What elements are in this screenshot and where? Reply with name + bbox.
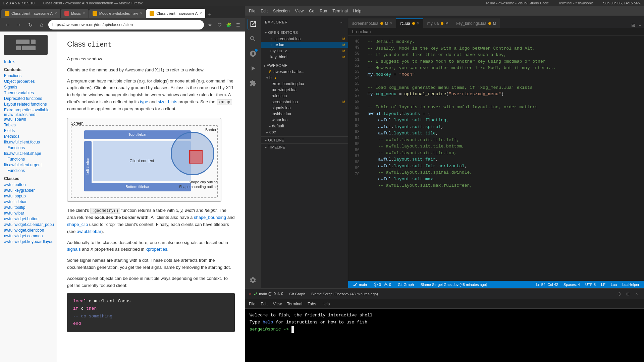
blame-terminal[interactable]: Blame Sergei Gnezdov (48 minutes ago) (310, 292, 379, 296)
doc-folder[interactable]: ▸ doc (261, 129, 348, 135)
sidebar-link-urgent-functions[interactable]: Functions (7, 168, 53, 173)
rc-close[interactable]: × (270, 43, 272, 47)
vscode-tab-keybindings[interactable]: key_bindings.lua M (452, 18, 500, 28)
open-editors-header[interactable]: ▾ Open Editors (261, 29, 348, 36)
menu-run[interactable]: Run (320, 9, 327, 13)
terminal-menu-file[interactable]: File (249, 302, 255, 306)
screenshot-close[interactable]: × (270, 37, 272, 41)
tab-screenshot-close[interactable]: × (390, 21, 392, 26)
more-button[interactable]: ··· (637, 22, 641, 28)
status-cursor[interactable]: Ln 54, Col 42 (535, 283, 559, 287)
status-branch[interactable]: main (352, 282, 368, 287)
sidebar-link-theme-vars[interactable]: Theme variables (4, 90, 53, 95)
menu-go[interactable]: Go (309, 9, 314, 13)
sidebar-class-widget-clienticon[interactable]: awful.widget.clienticon (4, 228, 53, 233)
sidebar-link-shape-functions[interactable]: Functions (7, 157, 53, 162)
search-icon[interactable] (248, 34, 258, 44)
browser-tab-4[interactable]: Class client - awesome A × (146, 9, 205, 18)
sidebar-class-widget-keyboard[interactable]: awful.widget.keyboardlayout (4, 239, 53, 244)
git-icon[interactable] (248, 48, 258, 59)
tab-rc-close[interactable]: × (417, 21, 419, 26)
status-line-ending[interactable]: LF (600, 283, 607, 287)
open-file-keybindings[interactable]: key_bindi... M (261, 54, 348, 60)
shield-icon[interactable]: 🛡 (215, 21, 223, 29)
error-handling-file[interactable]: error_handling.lua (261, 81, 348, 87)
tab-close-4[interactable]: × (200, 11, 202, 16)
split-editor-button[interactable]: ⊞ (631, 22, 635, 28)
signals-file[interactable]: signals.lua (261, 105, 348, 111)
extensions-icon[interactable] (248, 78, 258, 88)
open-file-rc[interactable]: × rc.lua M (261, 42, 348, 48)
terminal-menu-help[interactable]: Help (322, 302, 330, 306)
wibar-file[interactable]: wibar.lua (261, 117, 348, 123)
sidebar-class-widget-calendar[interactable]: awful.widget.calendar_popu (4, 222, 53, 227)
menu-selection[interactable]: Selection (273, 9, 289, 13)
sidebar-link-tables[interactable]: Tables (4, 123, 53, 127)
sidebar-link-methods[interactable]: Methods (4, 134, 53, 139)
sidebar-class-widget-common[interactable]: awful.widget.common (4, 234, 53, 238)
status-language[interactable]: Lua (609, 283, 618, 287)
vscode-tab-my[interactable]: my.lua M (423, 18, 452, 28)
sidebar-link-object-props[interactable]: Object properties (4, 79, 53, 84)
menu-edit[interactable]: Edit (261, 9, 268, 13)
reload-button[interactable]: ↻ (25, 20, 35, 29)
signals-link[interactable]: signals (67, 247, 80, 252)
shape-bounding-link[interactable]: shape_bounding (194, 215, 226, 220)
size-hints-link[interactable]: size_hints (158, 99, 177, 104)
menu-icon[interactable]: ☰ (234, 21, 242, 29)
default-folder[interactable]: ▸ default (261, 123, 348, 129)
explorer-more-button[interactable]: ··· (340, 20, 344, 24)
back-button[interactable]: ← (3, 20, 12, 29)
screenshot2-file[interactable]: screenshot.lua M (261, 99, 348, 105)
terminal-menu-edit[interactable]: Edit (261, 302, 268, 306)
browser-tab-2[interactable]: Music × (61, 9, 89, 18)
outline-header[interactable]: ▸ OUTLINE (261, 136, 348, 143)
rules-file[interactable]: rules.lua (261, 93, 348, 99)
sidebar-link-functions[interactable]: Functions (4, 73, 53, 78)
sidebar-link-deprecated[interactable]: Deprecated functions (4, 96, 53, 101)
browser-tab-1[interactable]: Class client - awesome A × (1, 9, 60, 18)
status-lua-helper[interactable]: LuaHelper (621, 283, 641, 287)
sidebar-link-extra[interactable]: Extra properties available in awful.rule… (4, 108, 53, 122)
settings-icon[interactable] (248, 275, 258, 286)
type-link[interactable]: type (140, 99, 148, 104)
awesome-folder[interactable]: ▾ AWESOME (261, 63, 348, 69)
terminal-menu-terminal[interactable]: Terminal (287, 302, 302, 306)
sidebar-class-popup[interactable]: awful.popup (4, 194, 53, 198)
git-graph-terminal[interactable]: Git Graph (288, 292, 307, 296)
status-encoding[interactable]: UTF-8 (584, 283, 597, 287)
explorer-icon[interactable] (248, 19, 258, 29)
status-blame[interactable]: Blame Sergei Gnezdov (48 minutes ago) (419, 283, 489, 287)
menu-terminal[interactable]: Terminal (332, 9, 347, 13)
sidebar-class-widget-button[interactable]: awful.widget.button (4, 217, 53, 221)
tab-close-3[interactable]: × (140, 11, 142, 16)
sidebar-link-fields[interactable]: Fields (4, 128, 53, 133)
b-folder[interactable]: ▾ b ● (261, 75, 348, 81)
menu-view[interactable]: View (295, 9, 304, 13)
sidebar-link-layout[interactable]: Layout related functions (4, 102, 53, 107)
timeline-header[interactable]: ▸ TIMELINE (261, 143, 348, 150)
status-errors[interactable]: 0 0 (372, 283, 392, 287)
awful-titlebar-link[interactable]: awful.titlebar (77, 229, 101, 234)
menu-help[interactable]: Help (353, 9, 362, 13)
terminal-maximize-button[interactable]: ⬡ (616, 291, 623, 297)
forward-button[interactable]: → (14, 20, 23, 29)
sidebar-class-button[interactable]: awful.button (4, 182, 53, 187)
shape-clip-link[interactable]: shape_clip (67, 222, 88, 227)
sidebar-link-focus[interactable]: lib.awful.client.focus (4, 140, 53, 144)
terminal-close-panel-button[interactable]: × (633, 291, 640, 297)
sidebar-link-shape[interactable]: lib.awful.client.shape (4, 151, 53, 156)
terminal-menu-tabs[interactable]: Tabs (308, 302, 316, 306)
browser-tab-3[interactable]: Module awful.rules - aw × (89, 9, 146, 18)
vscode-tab-rc[interactable]: rc.lua × (396, 18, 423, 28)
sidebar-link-focus-functions[interactable]: Functions (7, 145, 53, 150)
terminal-menu-view[interactable]: View (273, 302, 282, 306)
sidebar-class-keygrabber[interactable]: awful.keygrabber (4, 188, 53, 193)
sidebar-class-titlebar[interactable]: awful.titlebar (4, 199, 53, 204)
open-file-my[interactable]: my.lua e... M (261, 48, 348, 54)
taskbar-file[interactable]: taskbar.lua (261, 111, 348, 117)
new-tab-button[interactable]: + (206, 11, 214, 18)
sidebar-link-urgent[interactable]: lib.awful.client.urgent (4, 163, 53, 167)
tab-close-2[interactable]: × (83, 11, 85, 16)
url-bar[interactable] (48, 20, 204, 29)
